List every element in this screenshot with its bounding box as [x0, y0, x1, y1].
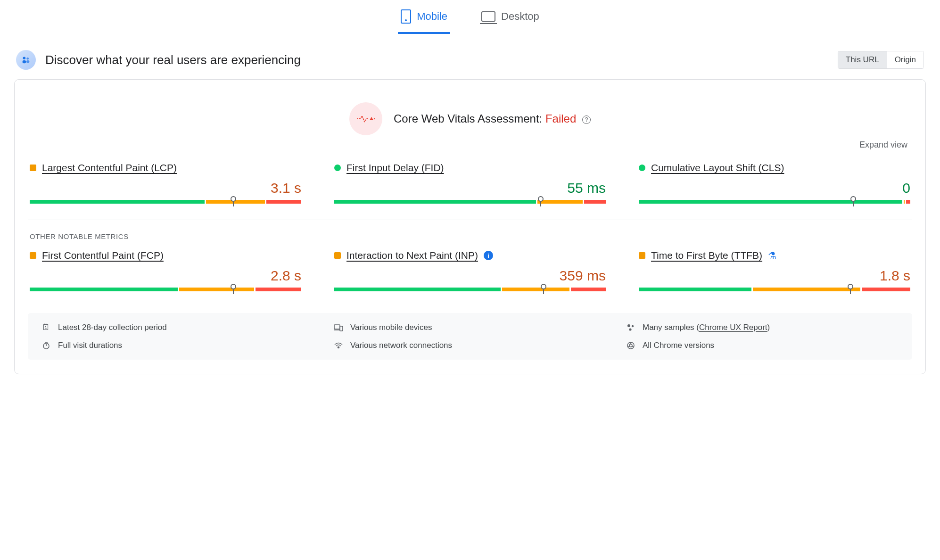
footer-connections: Various network connections	[333, 341, 607, 350]
metric-value: 0	[902, 180, 910, 196]
metric-value: 1.8 s	[880, 268, 910, 283]
device-tabs: Mobile Desktop	[14, 0, 926, 34]
svg-point-10	[632, 325, 634, 327]
status-dot	[30, 165, 36, 171]
svg-point-11	[629, 328, 631, 330]
page-title: Discover what your real users are experi…	[45, 53, 828, 67]
scope-toggle: This URL Origin	[838, 51, 924, 69]
metric-name-link[interactable]: Largest Contentful Paint (LCP)	[42, 162, 177, 173]
metric-name-link[interactable]: Time to First Byte (TTFB)	[651, 250, 762, 261]
chrome-icon	[626, 341, 636, 350]
svg-rect-2	[23, 60, 26, 63]
metric-name-link[interactable]: First Input Delay (FID)	[346, 162, 444, 173]
svg-line-20	[632, 346, 634, 347]
status-dot	[334, 252, 341, 259]
other-metrics-label: OTHER NOTABLE METRICS	[30, 232, 912, 240]
info-icon[interactable]: i	[484, 251, 493, 260]
assessment-label: Core Web Vitals Assessment:	[394, 112, 545, 125]
svg-point-15	[338, 347, 339, 348]
distribution-bar	[639, 288, 910, 291]
metric-first-contentful-paint-fcp: First Contentful Paint (FCP) 2.8 s	[30, 250, 301, 291]
percentile-marker	[538, 196, 544, 202]
toggle-origin[interactable]: Origin	[887, 51, 924, 68]
distribution-bar	[334, 288, 606, 291]
core-metrics-grid: Largest Contentful Paint (LCP) 3.1 s Fir…	[28, 162, 912, 220]
metric-name-link[interactable]: Interaction to Next Paint (INP)	[346, 250, 478, 261]
stopwatch-icon	[41, 341, 51, 350]
status-dot	[639, 165, 645, 171]
percentile-marker	[231, 196, 236, 202]
svg-point-9	[627, 324, 630, 327]
footer-durations: Full visit durations	[41, 341, 314, 350]
status-dot	[639, 252, 645, 259]
distribution-bar	[30, 288, 301, 291]
footer-samples: Many samples (Chrome UX Report)	[626, 322, 899, 332]
assessment-text: Core Web Vitals Assessment: Failed ?	[394, 112, 591, 125]
chrome-ux-report-link[interactable]: Chrome UX Report	[699, 323, 767, 332]
tab-mobile-label: Mobile	[417, 10, 447, 23]
footer-period: 🗓 Latest 28-day collection period	[41, 322, 314, 332]
status-dot	[334, 165, 341, 171]
percentile-marker	[231, 284, 236, 289]
samples-icon	[626, 323, 636, 332]
percentile-marker	[848, 284, 853, 289]
metric-name-link[interactable]: First Contentful Paint (FCP)	[42, 250, 164, 261]
svg-point-1	[26, 58, 29, 60]
status-dot	[30, 252, 36, 259]
other-metrics-grid: First Contentful Paint (FCP) 2.8 s Inter…	[28, 250, 912, 296]
failed-badge-icon	[349, 102, 382, 135]
mobile-icon	[401, 9, 411, 24]
svg-line-19	[628, 346, 630, 347]
percentile-marker	[541, 284, 546, 289]
metric-value: 55 ms	[567, 180, 606, 196]
assessment-status: Failed	[545, 112, 576, 125]
percentile-marker	[850, 196, 856, 202]
assessment-row: Core Web Vitals Assessment: Failed ?	[28, 102, 912, 135]
metric-value: 2.8 s	[271, 268, 301, 283]
expand-view-link[interactable]: Expand view	[859, 140, 907, 149]
svg-marker-4	[370, 117, 373, 120]
users-icon	[16, 50, 36, 70]
main-panel: Core Web Vitals Assessment: Failed ? Exp…	[14, 79, 926, 374]
svg-point-17	[629, 344, 632, 347]
metric-value: 359 ms	[560, 268, 606, 283]
footer-grid: 🗓 Latest 28-day collection period Variou…	[28, 313, 912, 360]
footer-devices: Various mobile devices	[333, 322, 607, 332]
metric-cumulative-layout-shift-cls: Cumulative Layout Shift (CLS) 0	[639, 162, 910, 204]
network-icon	[333, 342, 344, 349]
svg-point-0	[23, 57, 26, 60]
metric-first-input-delay-fid: First Input Delay (FID) 55 ms	[334, 162, 606, 204]
tab-mobile[interactable]: Mobile	[398, 5, 450, 34]
svg-rect-3	[26, 60, 29, 63]
svg-point-5	[374, 118, 375, 119]
metric-interaction-to-next-paint-inp: Interaction to Next Paint (INP) i 359 ms	[334, 250, 606, 291]
header-row: Discover what your real users are experi…	[16, 50, 924, 70]
svg-rect-6	[334, 325, 340, 329]
flask-icon: ⚗	[768, 250, 776, 261]
help-icon[interactable]: ?	[582, 115, 591, 124]
toggle-this-url[interactable]: This URL	[838, 51, 887, 68]
distribution-bar	[334, 200, 606, 204]
tab-desktop-label: Desktop	[501, 10, 539, 23]
devices-icon	[333, 324, 344, 331]
metric-name-link[interactable]: Cumulative Layout Shift (CLS)	[651, 162, 784, 173]
tab-desktop[interactable]: Desktop	[478, 5, 542, 34]
distribution-bar	[30, 200, 301, 204]
distribution-bar	[639, 200, 910, 204]
calendar-icon: 🗓	[41, 322, 51, 332]
metric-largest-contentful-paint-lcp: Largest Contentful Paint (LCP) 3.1 s	[30, 162, 301, 204]
metric-value: 3.1 s	[271, 180, 301, 196]
metric-time-to-first-byte-ttfb: Time to First Byte (TTFB) ⚗ 1.8 s	[639, 250, 910, 291]
desktop-icon	[481, 11, 495, 22]
footer-versions: All Chrome versions	[626, 341, 899, 350]
